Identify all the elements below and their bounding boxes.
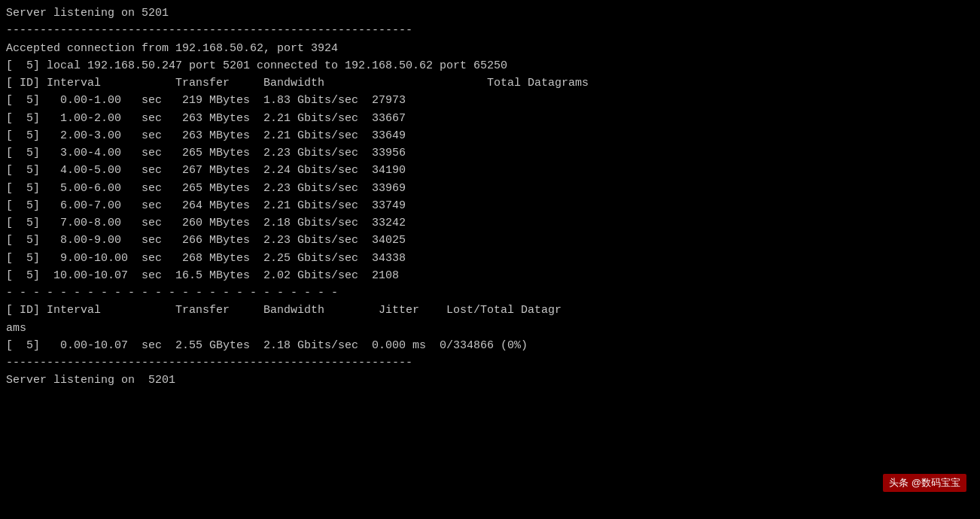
terminal-line-0: Server listening on 5201 [6,5,974,22]
terminal-line-20: ----------------------------------------… [6,354,974,372]
terminal-line-17: [ ID] Interval Transfer Bandwidth Jitter… [6,302,974,319]
terminal-line-14: [ 5] 9.00-10.00 sec 268 MBytes 2.25 Gbit… [6,250,974,267]
terminal-line-16: - - - - - - - - - - - - - - - - - - - - … [6,284,974,302]
terminal-line-12: [ 5] 7.00-8.00 sec 260 MBytes 2.18 Gbits… [6,214,974,232]
terminal-line-8: [ 5] 3.00-4.00 sec 265 MBytes 2.23 Gbits… [6,144,974,162]
terminal-line-21: Server listening on 5201 [6,372,974,389]
terminal-line-1: ----------------------------------------… [6,22,974,39]
terminal-line-18: ams [6,320,974,337]
terminal-window: Server listening on 5201----------------… [6,5,974,514]
terminal-line-15: [ 5] 10.00-10.07 sec 16.5 MBytes 2.02 Gb… [6,267,974,284]
terminal-line-2: Accepted connection from 192.168.50.62, … [6,40,974,57]
terminal-line-9: [ 5] 4.00-5.00 sec 267 MBytes 2.24 Gbits… [6,162,974,179]
terminal-line-6: [ 5] 1.00-2.00 sec 263 MBytes 2.21 Gbits… [6,110,974,127]
terminal-line-19: [ 5] 0.00-10.07 sec 2.55 GBytes 2.18 Gbi… [6,337,974,354]
terminal-line-4: [ ID] Interval Transfer Bandwidth Total … [6,74,974,92]
terminal-line-13: [ 5] 8.00-9.00 sec 266 MBytes 2.23 Gbits… [6,232,974,249]
terminal-line-7: [ 5] 2.00-3.00 sec 263 MBytes 2.21 Gbits… [6,127,974,144]
terminal-line-3: [ 5] local 192.168.50.247 port 5201 conn… [6,57,974,74]
terminal-line-5: [ 5] 0.00-1.00 sec 219 MBytes 1.83 Gbits… [6,92,974,109]
terminal-line-11: [ 5] 6.00-7.00 sec 264 MBytes 2.21 Gbits… [6,197,974,214]
terminal-line-10: [ 5] 5.00-6.00 sec 265 MBytes 2.23 Gbits… [6,180,974,197]
watermark: 头条 @数码宝宝 [883,474,966,492]
